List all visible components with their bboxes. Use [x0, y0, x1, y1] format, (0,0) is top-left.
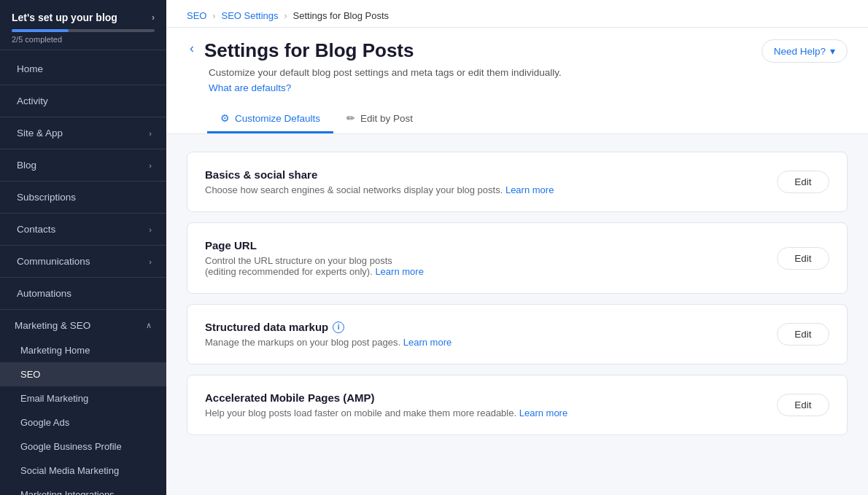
- divider: [0, 309, 166, 310]
- sidebar-item-contacts[interactable]: Contacts ›: [0, 217, 166, 242]
- breadcrumb-seo[interactable]: SEO: [187, 10, 206, 21]
- chevron-right-icon: ›: [149, 225, 152, 234]
- sidebar-header: Let's set up your blog › 2/5 completed: [0, 0, 166, 50]
- divider: [0, 277, 166, 278]
- card-basics-social: Basics & social share Choose how search …: [187, 152, 848, 212]
- page-subtitle: Customize your default blog post setting…: [209, 67, 848, 78]
- gear-icon: ⚙: [220, 112, 230, 124]
- setup-chevron-icon: ›: [152, 12, 155, 23]
- page-url-learn-more-link[interactable]: Learn more: [375, 266, 423, 277]
- sidebar-sub-item-email-marketing[interactable]: Email Marketing: [0, 386, 166, 410]
- chevron-right-icon: ›: [149, 129, 152, 138]
- card-basics-social-title: Basics & social share: [205, 168, 554, 181]
- chevron-down-icon: ▾: [830, 45, 835, 57]
- divider: [0, 245, 166, 246]
- page-title: Settings for Blog Posts: [204, 39, 414, 62]
- page-url-edit-button[interactable]: Edit: [777, 247, 829, 270]
- setup-blog-link[interactable]: Let's set up your blog ›: [12, 12, 155, 23]
- settings-area: Basics & social share Choose how search …: [166, 134, 868, 453]
- sidebar: Let's set up your blog › 2/5 completed H…: [0, 0, 166, 495]
- divider: [0, 117, 166, 117]
- divider: [0, 181, 166, 182]
- sidebar-sub-item-social-media-marketing[interactable]: Social Media Marketing: [0, 459, 166, 483]
- divider: [0, 85, 166, 85]
- card-structured-data: Structured data markup i Manage the mark…: [187, 304, 848, 365]
- structured-data-edit-button[interactable]: Edit: [777, 323, 829, 346]
- tab-edit-by-post[interactable]: ✏ Edit by Post: [333, 105, 426, 133]
- page-header: ‹ Settings for Blog Posts Need Help? ▾ C…: [166, 28, 868, 134]
- sidebar-item-blog[interactable]: Blog ›: [0, 152, 166, 178]
- progress-bar-bg: [12, 29, 155, 32]
- card-basics-social-left: Basics & social share Choose how search …: [205, 168, 554, 195]
- card-amp-left: Accelerated Mobile Pages (AMP) Help your…: [205, 391, 567, 418]
- chevron-up-icon: ∧: [146, 321, 152, 330]
- breadcrumb: SEO › SEO Settings › Settings for Blog P…: [166, 0, 868, 28]
- card-page-url-desc: Control the URL structure on your blog p…: [205, 255, 424, 277]
- sidebar-sub-item-marketing-integrations[interactable]: Marketing Integrations: [0, 483, 166, 495]
- amp-learn-more-link[interactable]: Learn more: [519, 408, 567, 418]
- tab-customize-defaults[interactable]: ⚙ Customize Defaults: [207, 105, 333, 133]
- sidebar-item-automations[interactable]: Automations: [0, 281, 166, 306]
- main-content: SEO › SEO Settings › Settings for Blog P…: [166, 0, 868, 495]
- divider: [0, 149, 166, 149]
- progress-label: 2/5 completed: [12, 35, 155, 44]
- amp-edit-button[interactable]: Edit: [777, 394, 829, 416]
- card-page-url-title: Page URL: [205, 239, 424, 252]
- sidebar-item-communications[interactable]: Communications ›: [0, 249, 166, 274]
- card-structured-data-left: Structured data markup i Manage the mark…: [205, 321, 452, 348]
- chevron-right-icon: ›: [149, 257, 152, 266]
- breadcrumb-current: Settings for Blog Posts: [293, 10, 390, 21]
- card-amp: Accelerated Mobile Pages (AMP) Help your…: [187, 375, 848, 435]
- divider: [0, 213, 166, 214]
- sidebar-item-activity[interactable]: Activity: [0, 88, 166, 114]
- sidebar-item-subscriptions[interactable]: Subscriptions: [0, 184, 166, 210]
- card-page-url-left: Page URL Control the URL structure on yo…: [205, 239, 424, 277]
- sidebar-sub-item-google-ads[interactable]: Google Ads: [0, 410, 166, 434]
- tabs: ⚙ Customize Defaults ✏ Edit by Post: [207, 105, 848, 133]
- sidebar-item-home[interactable]: Home: [0, 56, 166, 82]
- card-amp-title: Accelerated Mobile Pages (AMP): [205, 391, 567, 404]
- pencil-icon: ✏: [346, 112, 355, 124]
- chevron-right-icon: ›: [149, 161, 152, 170]
- breadcrumb-sep-1: ›: [212, 11, 215, 21]
- sidebar-item-marketing-seo[interactable]: Marketing & SEO ∧: [0, 313, 166, 338]
- card-page-url: Page URL Control the URL structure on yo…: [187, 222, 848, 294]
- sidebar-sub-item-google-business-profile[interactable]: Google Business Profile: [0, 434, 166, 459]
- basics-social-learn-more-link[interactable]: Learn more: [505, 184, 554, 195]
- sidebar-item-site-app[interactable]: Site & App ›: [0, 120, 166, 146]
- card-structured-data-title: Structured data markup i: [205, 321, 452, 333]
- what-are-defaults-link[interactable]: What are defaults?: [209, 82, 291, 93]
- back-button[interactable]: ‹: [187, 41, 197, 56]
- card-amp-desc: Help your blog posts load faster on mobi…: [205, 408, 567, 418]
- structured-data-learn-more-link[interactable]: Learn more: [403, 337, 452, 348]
- need-help-button[interactable]: Need Help? ▾: [762, 39, 848, 63]
- sidebar-nav: Home Activity Site & App › Blog › Subscr…: [0, 50, 166, 495]
- progress-bar-fill: [12, 29, 69, 32]
- breadcrumb-sep-2: ›: [284, 11, 287, 21]
- basics-social-edit-button[interactable]: Edit: [777, 171, 829, 193]
- info-icon[interactable]: i: [333, 321, 344, 333]
- sidebar-sub-item-seo[interactable]: SEO: [0, 362, 166, 386]
- card-basics-social-desc: Choose how search engines & social netwo…: [205, 184, 554, 195]
- breadcrumb-seo-settings[interactable]: SEO Settings: [221, 10, 278, 21]
- card-structured-data-desc: Manage the markups on your blog post pag…: [205, 337, 452, 348]
- sidebar-sub-item-marketing-home[interactable]: Marketing Home: [0, 338, 166, 362]
